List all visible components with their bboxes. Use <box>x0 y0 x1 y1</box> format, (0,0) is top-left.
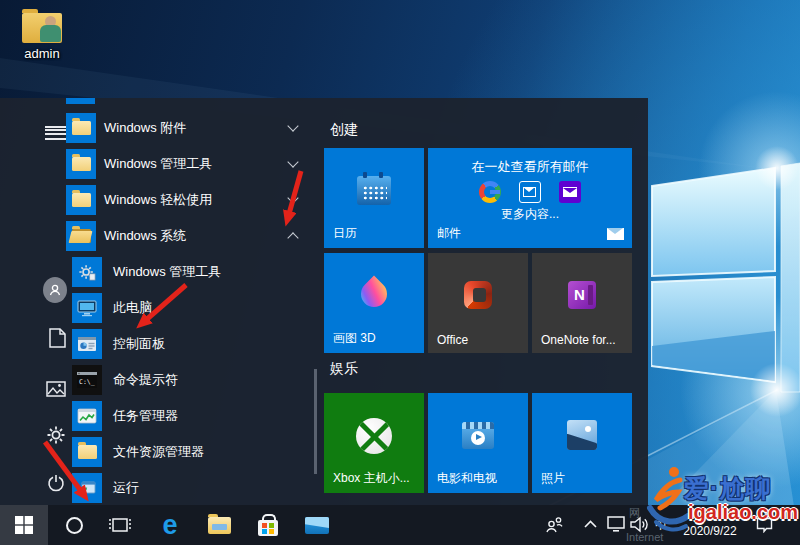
calendar-icon <box>357 176 391 205</box>
command-prompt-tile: C:\_ <box>72 365 102 395</box>
app-item-label: 此电脑 <box>113 290 152 326</box>
tile-onenote[interactable]: OneNote for... <box>532 253 632 353</box>
onenote-icon <box>568 281 596 309</box>
open-folder-icon <box>72 229 91 243</box>
chevron-up-icon <box>287 232 298 243</box>
speaker-icon <box>629 516 649 533</box>
tile-calendar[interactable]: 日历 <box>324 148 424 248</box>
photos-icon <box>567 420 597 450</box>
task-manager-icon <box>77 408 97 424</box>
app-list-item-this-pc[interactable]: 此电脑 <box>0 290 312 326</box>
file-explorer-button[interactable] <box>205 511 233 539</box>
clock-date[interactable]: 2020/9/22 <box>676 524 744 538</box>
tile-label: 日历 <box>333 225 357 242</box>
start-button[interactable] <box>0 505 48 545</box>
tile-office[interactable]: Office <box>428 253 528 353</box>
folder-icon <box>72 121 91 135</box>
ime-indicator[interactable]: 中 <box>655 517 667 534</box>
tile-movies-tv[interactable]: 电影和电视 <box>428 393 528 493</box>
desktop-icon-admin[interactable]: admin <box>14 10 70 61</box>
tile-label: 照片 <box>541 470 565 487</box>
office-icon <box>464 281 492 309</box>
tile-label: OneNote for... <box>541 333 616 347</box>
tile-label: Xbox 主机小... <box>333 470 410 487</box>
tile-xbox[interactable]: Xbox 主机小... <box>324 393 424 493</box>
this-pc-tile <box>72 293 102 323</box>
app-list-item-task-manager[interactable]: 任务管理器 <box>0 398 312 434</box>
app-item-label: 控制面板 <box>113 326 165 362</box>
tile-group-title-entertainment: 娱乐 <box>330 360 358 378</box>
mail-icon <box>305 517 329 534</box>
tile-label: 电影和电视 <box>437 470 497 487</box>
windows-desktop: admin <box>0 0 800 545</box>
app-item-label: Windows 附件 <box>104 110 186 146</box>
app-item-label: 运行 <box>113 470 139 506</box>
app-item-label: Windows 管理工具 <box>113 254 221 290</box>
app-list-partial-item <box>66 98 95 104</box>
people-icon <box>545 516 564 533</box>
mail-envelope-icon <box>607 228 624 240</box>
tile-paint3d[interactable]: 画图 3D <box>324 253 424 353</box>
control-panel-icon <box>77 336 97 352</box>
mail-tile-headline: 在一处查看所有邮件 <box>428 158 632 176</box>
app-list-item-windows-system[interactable]: Windows 系统 <box>0 218 312 254</box>
google-icon <box>479 181 501 203</box>
tile-photos[interactable]: 照片 <box>532 393 632 493</box>
admin-tools-tile <box>72 257 102 287</box>
admin-tools-icon <box>78 263 96 281</box>
hidden-icons-button[interactable] <box>581 515 599 533</box>
store-icon <box>258 520 278 536</box>
task-view-icon <box>109 516 131 534</box>
app-list-item-windows-accessories[interactable]: Windows 附件 <box>0 110 312 146</box>
people-button[interactable] <box>543 513 565 535</box>
mail-button[interactable] <box>303 511 331 539</box>
action-center-button[interactable] <box>753 514 775 536</box>
folder-tile <box>66 185 96 215</box>
app-list-item-windows-ease-of-access[interactable]: Windows 轻松使用 <box>0 182 312 218</box>
file-explorer-icon <box>78 445 97 459</box>
tile-label: 邮件 <box>437 225 461 242</box>
folder-tile <box>66 149 96 179</box>
edge-button[interactable]: e <box>156 511 184 539</box>
file-explorer-icon <box>208 517 231 534</box>
app-list-item-file-explorer[interactable]: 文件资源管理器 <box>0 434 312 470</box>
app-item-label: Windows 轻松使用 <box>104 182 212 218</box>
outlook-icon <box>519 181 541 203</box>
movies-tv-icon <box>462 422 494 449</box>
tile-mail[interactable]: 在一处查看所有邮件 更多内容... 邮件 <box>428 148 632 248</box>
task-manager-tile <box>72 401 102 431</box>
run-tile <box>72 473 102 503</box>
network-icon <box>606 515 626 533</box>
store-button[interactable] <box>254 511 282 539</box>
desktop-icon-label: admin <box>14 46 70 61</box>
app-list-item-windows-admin-tools-folder[interactable]: Windows 管理工具 <box>0 146 312 182</box>
task-view-button[interactable] <box>106 511 134 539</box>
command-prompt-icon: C:\_ <box>77 372 97 388</box>
action-center-icon <box>756 517 773 533</box>
chevron-down-icon <box>287 156 298 167</box>
cortana-button[interactable] <box>60 511 88 539</box>
edge-icon: e <box>162 512 177 538</box>
this-pc-icon <box>77 300 97 317</box>
network-button[interactable] <box>604 513 628 535</box>
chevron-down-icon <box>287 120 298 131</box>
app-list-item-run[interactable]: 运行 <box>0 470 312 506</box>
paint3d-icon <box>356 276 393 313</box>
volume-button[interactable] <box>627 513 651 535</box>
user-folder-icon <box>20 10 64 44</box>
control-panel-tile <box>72 329 102 359</box>
app-list-item-command-prompt[interactable]: C:\_ 命令提示符 <box>0 362 312 398</box>
run-icon <box>77 480 97 496</box>
chevron-up-icon <box>584 520 597 528</box>
app-list-scrollbar[interactable] <box>314 369 317 474</box>
chevron-down-icon <box>287 192 298 203</box>
app-item-label: Windows 系统 <box>104 218 186 254</box>
tile-group-title-create: 创建 <box>330 121 358 139</box>
app-list-item-control-panel[interactable]: 控制面板 <box>0 326 312 362</box>
folder-tile <box>66 113 96 143</box>
folder-tile <box>66 221 96 251</box>
mail-tile-more-text: 更多内容... <box>428 206 632 223</box>
app-list-item-admin-tools[interactable]: Windows 管理工具 <box>0 254 312 290</box>
app-item-label: 任务管理器 <box>113 398 178 434</box>
tile-label: 画图 3D <box>333 330 376 347</box>
